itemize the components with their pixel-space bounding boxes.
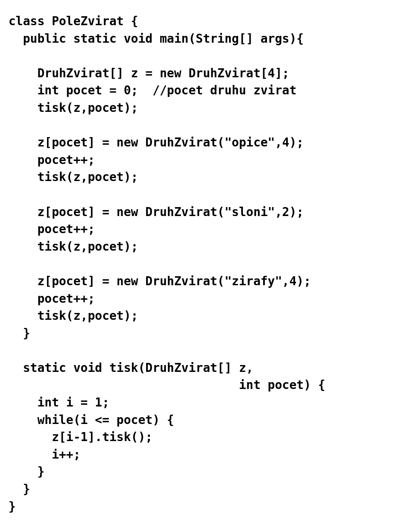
code-container: class PoleZvirat { public static void ma… <box>9 13 401 515</box>
code-block: class PoleZvirat { public static void ma… <box>9 13 401 515</box>
